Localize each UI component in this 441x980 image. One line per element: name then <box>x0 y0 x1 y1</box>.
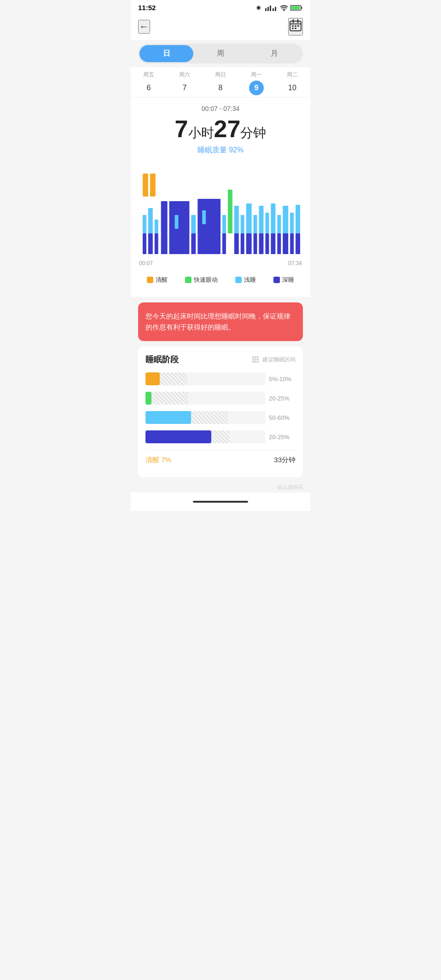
legend-rem: 快速眼动 <box>185 276 218 284</box>
alert-text: 您今天的起床时间比理想睡眠时间晚，保证规律的作息有利于获得好的睡眠。 <box>145 312 290 331</box>
svg-rect-35 <box>222 215 226 233</box>
wifi-icon <box>280 5 288 11</box>
stage-stat-awake: 清醒 7% 33分钟 <box>145 450 296 470</box>
svg-rect-31 <box>191 215 196 233</box>
stage-row-light: 50-60% <box>145 411 296 424</box>
svg-rect-4 <box>273 8 274 11</box>
legend-deep-dot <box>273 277 280 283</box>
svg-rect-60 <box>252 356 254 358</box>
svg-rect-15 <box>295 25 296 27</box>
stage-row-awake: 5%-10% <box>145 372 296 385</box>
stages-hint-label: 建议睡眠区间 <box>262 356 296 364</box>
svg-rect-48 <box>265 213 269 233</box>
svg-rect-66 <box>252 361 254 363</box>
svg-rect-45 <box>254 233 257 254</box>
stage-range-light: 50-60% <box>269 414 290 421</box>
home-indicator <box>193 501 248 503</box>
day-num-2[interactable]: 8 <box>213 81 228 95</box>
svg-rect-27 <box>161 201 168 233</box>
stage-range-deep: 20-25% <box>269 434 290 441</box>
day-col-1[interactable]: 周六 7 <box>167 71 203 95</box>
tab-month[interactable]: 月 <box>248 45 302 62</box>
stage-stat-label: 清醒 7% <box>145 456 171 464</box>
calendar-button[interactable] <box>288 18 303 35</box>
tab-bar: 日 周 月 <box>138 44 303 64</box>
sleep-chart <box>138 164 303 256</box>
day-col-3[interactable]: 周一 9 <box>238 71 274 95</box>
svg-rect-8 <box>302 7 302 9</box>
alert-card: 您今天的起床时间比理想睡眠时间晚，保证规律的作息有利于获得好的睡眠。 <box>138 302 303 341</box>
status-bar: 11:52 ✳ <box>131 0 310 13</box>
svg-rect-19 <box>143 174 148 197</box>
calendar-icon <box>289 19 302 32</box>
day-col-4[interactable]: 周二 10 <box>274 71 310 95</box>
svg-rect-14 <box>292 25 294 27</box>
stage-bar-light <box>145 411 191 424</box>
svg-rect-55 <box>283 233 288 254</box>
svg-rect-40 <box>241 215 244 233</box>
tab-day[interactable]: 日 <box>139 45 193 62</box>
tab-week[interactable]: 周 <box>193 45 247 62</box>
header: ← <box>131 13 310 40</box>
day-col-0[interactable]: 周五 6 <box>131 71 167 95</box>
svg-rect-18 <box>295 28 296 29</box>
sleep-minute-unit: 分钟 <box>240 126 266 140</box>
day-num-1[interactable]: 7 <box>177 81 192 95</box>
svg-rect-28 <box>161 233 168 254</box>
day-label-3: 周一 <box>238 71 274 79</box>
stage-bar-deep <box>145 430 211 443</box>
svg-rect-41 <box>241 233 244 254</box>
stages-header: 睡眠阶段 建议睡眠区间 <box>145 354 296 365</box>
legend-deep-label: 深睡 <box>282 276 294 284</box>
legend-awake-dot <box>147 277 153 283</box>
svg-rect-63 <box>252 359 254 360</box>
svg-rect-57 <box>290 233 294 254</box>
svg-rect-43 <box>246 233 252 254</box>
svg-rect-67 <box>255 361 256 363</box>
stage-bar-rem <box>145 392 151 405</box>
sleep-duration: 7小时27分钟 <box>138 115 303 143</box>
stages-hint: 建议睡眠区间 <box>252 356 296 364</box>
svg-rect-33 <box>197 199 220 254</box>
stage-row-rem: 20-25% <box>145 392 296 405</box>
day-col-2[interactable]: 周日 8 <box>203 71 238 95</box>
svg-rect-56 <box>290 213 294 233</box>
bottom-bar <box>131 493 310 511</box>
stage-row-deep: 20-25% <box>145 430 296 443</box>
svg-rect-39 <box>234 233 239 254</box>
sleep-legend: 清醒 快速眼动 浅睡 深睡 <box>138 270 303 290</box>
day-num-0[interactable]: 6 <box>141 81 156 95</box>
svg-rect-2 <box>267 7 269 11</box>
day-num-3[interactable]: 9 <box>249 81 264 95</box>
chart-start-label: 00:07 <box>139 260 153 267</box>
day-label-1: 周六 <box>167 71 203 79</box>
sleep-quality: 睡眠质量 92% <box>138 145 303 155</box>
signal-icon <box>265 5 278 11</box>
svg-rect-29 <box>169 201 190 254</box>
svg-text:✳: ✳ <box>256 5 261 11</box>
svg-rect-64 <box>255 359 256 360</box>
chart-end-label: 07:34 <box>288 260 302 267</box>
svg-rect-52 <box>277 215 281 233</box>
svg-rect-1 <box>265 8 267 11</box>
svg-rect-5 <box>275 7 276 11</box>
legend-awake: 清醒 <box>147 276 168 284</box>
svg-rect-50 <box>271 203 275 233</box>
bluetooth-icon: ✳ <box>256 5 263 11</box>
svg-rect-24 <box>148 233 153 254</box>
svg-rect-22 <box>143 233 146 254</box>
back-button[interactable]: ← <box>138 20 150 34</box>
legend-deep: 深睡 <box>273 276 294 284</box>
svg-rect-20 <box>150 174 156 197</box>
time-range: 00:07 - 07:34 <box>138 105 303 112</box>
svg-rect-25 <box>155 220 158 233</box>
sleep-hour-unit: 小时 <box>188 126 214 140</box>
svg-rect-36 <box>222 233 226 254</box>
svg-rect-59 <box>296 233 300 254</box>
chart-labels: 00:07 07:34 <box>138 260 303 267</box>
svg-rect-26 <box>155 233 158 254</box>
day-num-4[interactable]: 10 <box>285 81 300 95</box>
legend-rem-label: 快速眼动 <box>194 276 218 284</box>
sleep-chart-container: 00:07 07:34 <box>138 164 303 267</box>
legend-rem-dot <box>185 277 191 283</box>
